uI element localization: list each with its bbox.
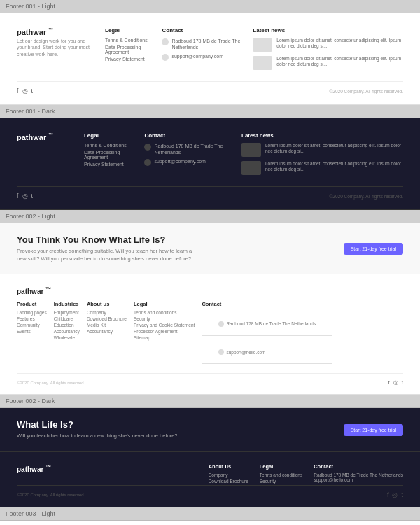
footer2-news-item-1: Lorem ipsum dolor sit amet, consectetur … bbox=[241, 161, 403, 175]
footer3-col-2-link-1[interactable]: Download Brochure bbox=[87, 316, 127, 321]
footer3-col-2-link-3[interactable]: Accountancy bbox=[87, 329, 127, 334]
footer2-contact-email: support@company.com bbox=[144, 158, 230, 166]
section-label-1: Footer 001 - Light bbox=[0, 0, 420, 13]
footer1-contact-col: Contact Radboud 178 MB de Trade The Neth… bbox=[162, 27, 241, 74]
footer1-news-item-0: Lorem ipsum dolor sit amet, consectetur … bbox=[253, 38, 403, 52]
footer3-col-3-link-4[interactable]: Sitemap bbox=[134, 335, 195, 340]
footer2-news-heading: Latest news bbox=[241, 132, 403, 139]
footer-2-container: pathwar ™ Legal Terms & Conditions Data … bbox=[0, 118, 420, 210]
footer-3-container: pathwar ™ Product Landing pages Features… bbox=[0, 274, 420, 395]
cta1-description: Provoke your creative something suitable… bbox=[17, 248, 199, 262]
footer3-col-0-heading: Product bbox=[17, 301, 47, 307]
footer1-news-heading: Latest news bbox=[253, 27, 403, 34]
footer3-col-3-link-0[interactable]: Terms and conditions bbox=[134, 310, 195, 315]
footer2-location-icon bbox=[144, 144, 151, 150]
footer1-contact-address-text: Radboud 178 MB de Trade The Netherlands bbox=[172, 38, 241, 50]
cta2-heading: What Life Is? bbox=[17, 419, 178, 430]
footer1-location-icon bbox=[162, 38, 169, 46]
footer2-legal-link-0[interactable]: Terms & Conditions bbox=[84, 143, 133, 148]
footer4-col-2: Contact Radboud 178 MB de Trade The Neth… bbox=[314, 463, 403, 485]
footer1-legal-link-2[interactable]: Privacy Statement bbox=[105, 57, 150, 62]
footer4-twitter-icon[interactable]: t bbox=[401, 491, 403, 498]
footer1-bottom: f ◎ t ©2020 Company. All rights reserved… bbox=[17, 81, 403, 94]
footer1-news-thumb-1 bbox=[253, 56, 272, 70]
footer4-col-0-link-1[interactable]: Download Brochure bbox=[209, 479, 248, 484]
footer3-col-0-link-2[interactable]: Community bbox=[17, 323, 47, 328]
footer3-email-text: support@hello.com bbox=[226, 350, 265, 355]
footer1-social: f ◎ t bbox=[17, 88, 33, 94]
footer1-instagram-icon[interactable]: ◎ bbox=[22, 88, 28, 94]
footer1-contact-heading: Contact bbox=[162, 27, 241, 34]
footer2-twitter-icon[interactable]: t bbox=[31, 192, 34, 200]
footer3-col-4-heading: Contact bbox=[202, 301, 332, 307]
cta2-container: What Life Is? Will you teach her how to … bbox=[0, 408, 420, 452]
footer3-col-2-link-2[interactable]: Media Kit bbox=[87, 323, 127, 328]
footer1-news-thumb-0 bbox=[253, 38, 272, 52]
footer2-legal-link-2[interactable]: Privacy Statement bbox=[84, 162, 133, 167]
footer2-copyright: ©2020 Company. All rights reserved. bbox=[330, 194, 403, 199]
footer3-col-0-link-1[interactable]: Features bbox=[17, 316, 47, 321]
section-label-5: Footer 003 - Light bbox=[0, 507, 420, 521]
footer3-col-1-link-4[interactable]: Wholesale bbox=[54, 335, 80, 340]
footer3-contact-address: Radboud 178 MB de Trade The Netherlands bbox=[202, 310, 332, 336]
footer2-facebook-icon[interactable]: f bbox=[17, 192, 19, 200]
footer3-col-1-link-0[interactable]: Employment bbox=[54, 310, 80, 315]
footer3-col-3: Legal Terms and conditions Security Priv… bbox=[134, 301, 195, 366]
footer3-col-2-heading: About us bbox=[87, 301, 127, 307]
cta2-button[interactable]: Start 21-day free trial bbox=[344, 424, 403, 436]
footer-1-container: pathwar ™ Let our design work for you an… bbox=[0, 13, 420, 105]
footer1-legal-link-1[interactable]: Data Processing Agreement bbox=[105, 45, 150, 55]
cta1-button[interactable]: Start 21-day free trial bbox=[344, 243, 403, 255]
footer4-col-1-heading: Legal bbox=[260, 463, 302, 470]
footer2-contact-email-text: support@company.com bbox=[154, 158, 206, 164]
footer3-col-3-link-1[interactable]: Security bbox=[134, 316, 195, 321]
footer3-col-0-link-0[interactable]: Landing pages bbox=[17, 310, 47, 315]
footer2-instagram-icon[interactable]: ◎ bbox=[22, 192, 28, 200]
footer4-bottom: ©2020 Company. All rights reserved. f ◎ … bbox=[17, 485, 403, 498]
footer2-news-item-0: Lorem ipsum dolor sit amet, consectetur … bbox=[241, 143, 403, 157]
cta1-heading: You Think You Know What Life Is? bbox=[17, 234, 199, 245]
footer1-contact-email: support@company.com bbox=[162, 53, 241, 61]
footer1-legal-link-0[interactable]: Terms & Conditions bbox=[105, 38, 150, 43]
footer4-facebook-icon[interactable]: f bbox=[387, 491, 389, 498]
footer2-email-icon bbox=[144, 159, 151, 166]
footer3-col-0-link-3[interactable]: Events bbox=[17, 329, 47, 334]
footer3-email-icon bbox=[218, 349, 224, 355]
footer3-col-1-heading: Industries bbox=[54, 301, 80, 307]
footer1-copyright: ©2020 Company. All rights reserved. bbox=[330, 89, 403, 94]
footer3-col-3-link-3[interactable]: Processor Agreement bbox=[134, 329, 195, 334]
footer3-col-1-link-2[interactable]: Education bbox=[54, 323, 80, 328]
footer4-address: Radboud 178 MB de Trade The Netherlands bbox=[314, 472, 403, 477]
footer3-bottom: ©2020 Company. All rights reserved. f ◎ … bbox=[17, 373, 403, 386]
footer1-facebook-icon[interactable]: f bbox=[17, 88, 19, 94]
footer1-news-item-1: Lorem ipsum dolor sit amet, consectetur … bbox=[253, 56, 403, 70]
footer4-brand: pathwar ™ bbox=[17, 463, 51, 473]
footer2-contact-address-text: Radboud 178 MB de Trade The Netherlands bbox=[154, 143, 230, 155]
footer2-social: f ◎ t bbox=[17, 192, 33, 200]
cta1-row: You Think You Know What Life Is? Provoke… bbox=[17, 234, 403, 262]
footer1-legal-col: Legal Terms & Conditions Data Processing… bbox=[105, 27, 150, 74]
footer1-news-text-1: Lorem ipsum dolor sit amet, consectetur … bbox=[276, 56, 403, 70]
cta2-description: Will you teach her how to learn a new th… bbox=[17, 433, 178, 440]
footer3-instagram-icon[interactable]: ◎ bbox=[393, 379, 398, 386]
footer1-twitter-icon[interactable]: t bbox=[31, 88, 34, 94]
footer1-news-text-0: Lorem ipsum dolor sit amet, consectetur … bbox=[276, 38, 403, 52]
footer4-col-0-link-0[interactable]: Company bbox=[209, 472, 248, 477]
footer2-brand: pathwar ™ bbox=[17, 132, 73, 141]
footer3-col-3-link-2[interactable]: Privacy and Cookie Statement bbox=[134, 323, 195, 328]
footer4-instagram-icon[interactable]: ◎ bbox=[392, 491, 398, 498]
footer3-col-1-link-1[interactable]: Childcare bbox=[54, 316, 80, 321]
footer3-col-1-link-3[interactable]: Accountancy bbox=[54, 329, 80, 334]
footer3-col-2: About us Company Download Brochure Media… bbox=[87, 301, 127, 366]
footer3-twitter-icon[interactable]: t bbox=[402, 379, 403, 386]
footer3-facebook-icon[interactable]: f bbox=[388, 379, 390, 386]
section-label-2: Footer 001 - Dark bbox=[0, 105, 420, 118]
footer3-col-2-link-0[interactable]: Company bbox=[87, 310, 127, 315]
footer2-legal-link-1[interactable]: Data Processing Agreement bbox=[84, 150, 133, 160]
footer4-col-1-link-1[interactable]: Security bbox=[260, 479, 302, 484]
section-label-cta2: Footer 002 - Dark bbox=[0, 395, 420, 408]
footer1-brand: pathwar ™ bbox=[17, 27, 94, 36]
footer2-news-text-0: Lorem ipsum dolor sit amet, consectetur … bbox=[265, 143, 403, 157]
footer4-col-1-link-0[interactable]: Terms and conditions bbox=[260, 472, 302, 477]
footer4-col-2-heading: Contact bbox=[314, 463, 403, 470]
